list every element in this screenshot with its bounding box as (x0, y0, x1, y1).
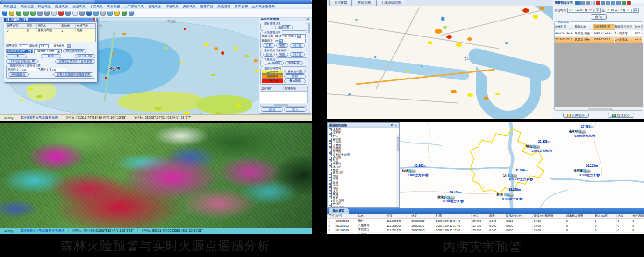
menu-item[interactable]: 决策气象 (183, 4, 196, 9)
layer-checkbox[interactable] (329, 203, 332, 206)
analysis-button[interactable]: 因子值 (290, 43, 305, 48)
horizontal-scrollbar[interactable] (555, 107, 643, 110)
station-marker[interactable]: 27.786m 谌家矶 0.000立方米/秒 (569, 124, 595, 138)
measure-icon[interactable] (9, 11, 14, 16)
layer-item[interactable]: 湖泊 (329, 187, 395, 190)
analyze-button[interactable]: 分 析 (6, 54, 27, 58)
set-overlay-params-button[interactable]: 设置综合叠加因子影响参数 (55, 59, 95, 64)
panel-titlebar[interactable]: 森林火险预警 ▾× (259, 18, 311, 21)
calc-combined-button[interactable]: 计算综合影响值分布 (6, 59, 38, 64)
globe-icon[interactable] (2, 11, 7, 16)
station-marker[interactable]: 26.126m 徐家棚 0.000立方米/秒 (573, 164, 600, 177)
grade-button[interactable]: 制图 (276, 52, 288, 57)
refresh-icon[interactable] (72, 11, 78, 16)
tab[interactable]: 监控窗口 (329, 0, 352, 6)
layer-checkbox[interactable] (329, 187, 332, 190)
flood-map[interactable]: 湘江 (327, 6, 553, 119)
column-header[interactable]: 因子索引 (6, 24, 25, 29)
set-gradient-button[interactable]: 设置渐变参数 (63, 49, 86, 53)
close-icon[interactable] (93, 18, 96, 21)
influence-value-input[interactable]: 0.1 (39, 44, 49, 48)
layer-checkbox[interactable] (329, 190, 332, 193)
layer-item[interactable]: 乡镇图 (329, 156, 395, 159)
column-header[interactable]: 时间 (435, 214, 472, 219)
vertical-scrollbar[interactable] (396, 134, 399, 207)
list-column-header[interactable]: 制作人 (634, 24, 643, 30)
layer-checkbox[interactable] (329, 132, 332, 135)
station-marker[interactable]: 18.348m 新沟口 0.000立方米/秒 (496, 187, 522, 201)
layer-select[interactable]: --请选择图--▾ (50, 44, 72, 48)
layer-checkbox[interactable] (329, 165, 332, 168)
layer-item[interactable]: 铁路 (329, 193, 395, 196)
vertical-scrollbar[interactable] (308, 22, 310, 113)
column-header[interactable]: 序号 (328, 214, 336, 219)
column-header[interactable]: 图层名 (36, 24, 60, 29)
query-button[interactable]: 查 询 (591, 14, 607, 20)
layer-checkbox[interactable] (329, 181, 332, 184)
warning-list-body[interactable] (260, 91, 308, 103)
flag-icon[interactable] (114, 11, 120, 16)
image-icon[interactable] (93, 11, 99, 16)
panel-footer-button[interactable]: 统 计 (284, 107, 307, 112)
identify-icon[interactable] (79, 11, 85, 16)
column-header[interactable]: 站名 (357, 214, 386, 219)
station-map[interactable]: 27.786m 谌家矶 0.000立方米/秒 21.353m 螺山 0.000立… (400, 122, 644, 208)
list-column-header[interactable]: 预警区域 (284, 86, 307, 91)
menu-item[interactable]: 人工影响天气 (124, 4, 144, 9)
analysis-button[interactable]: 制图 (276, 43, 288, 48)
warning-date-select[interactable]: 2013年04月03日▾ (274, 34, 306, 38)
warning-time-select[interactable]: 08▾ (274, 39, 306, 43)
field-select[interactable]: --请选择字段值--▾ (34, 49, 62, 53)
layer-item[interactable]: 县道 (329, 181, 395, 184)
tab[interactable]: 土壤墒情监测 (376, 0, 405, 6)
menu-item[interactable]: 日常发布 (235, 4, 248, 9)
scale-icon[interactable] (86, 11, 92, 16)
zone-button[interactable]: 森林分布图 (284, 70, 306, 74)
set-warning-params-button[interactable]: 设置火险预警级别预警参数 (53, 72, 93, 77)
sms-publish-button[interactable]: 短信发布 (608, 113, 634, 118)
menu-item[interactable]: 雷电气象 (148, 4, 161, 9)
menu-item[interactable]: 环境气象 (165, 4, 179, 9)
factor-value-button[interactable]: 因子值计算 (75, 54, 95, 58)
tab[interactable]: 雨情监测 (353, 0, 375, 6)
column-header[interactable]: 警戒水位预报值 (533, 214, 565, 219)
collapse-icon[interactable]: ∨ (389, 123, 394, 127)
list-column-header[interactable]: 制作时间 (555, 24, 574, 30)
layer-checkbox[interactable] (329, 196, 332, 199)
menu-item[interactable]: 林业气象 (38, 4, 51, 9)
level-warning-button[interactable]: 级别预警值 (8, 72, 29, 77)
menu-item[interactable]: 气象预报 (107, 4, 120, 9)
layers-icon[interactable] (616, 1, 621, 5)
factor-index-input[interactable]: 0 (19, 44, 28, 48)
list-column-header[interactable]: 选择用户 (260, 86, 284, 91)
layer-item[interactable]: 市政设施 (329, 206, 395, 207)
output-window-tab[interactable]: 输出窗口 (329, 208, 349, 214)
date-to-picker[interactable]: 2019 年 07 月 29 日▾ (606, 8, 639, 13)
column-header[interactable]: 淹没面积 (631, 214, 644, 219)
layer-checkbox[interactable] (329, 159, 332, 162)
close-icon[interactable]: × (308, 18, 309, 21)
stop-icon[interactable] (58, 11, 64, 16)
delete-button[interactable]: 删 除 (41, 54, 61, 58)
column-header[interactable]: 最大TM值 (594, 214, 617, 219)
back-icon[interactable] (122, 11, 127, 16)
column-header[interactable]: 站号 (335, 214, 357, 219)
zone-button[interactable]: 叠加隐藏 (284, 79, 306, 83)
zoom-out-icon[interactable] (586, 1, 590, 5)
print-icon[interactable] (100, 11, 106, 16)
menu-item[interactable]: 气象信息 (3, 4, 16, 9)
station-marker[interactable]: 21.353m 螺山 0.000立方米/秒 (526, 139, 552, 153)
map-window-icon[interactable] (601, 1, 605, 5)
zoom-in-tool-icon[interactable] (23, 11, 29, 16)
list-column-header[interactable]: 气象预报时间 (593, 24, 615, 30)
layer-checkbox[interactable] (329, 169, 332, 171)
file-publish-button[interactable]: 文件发布 (563, 113, 589, 118)
layer-checkbox[interactable] (329, 153, 332, 156)
column-header[interactable]: 防汛控制水位 (505, 214, 533, 219)
weather-button[interactable]: 制图标绘 (285, 61, 303, 65)
layer-checkbox[interactable] (329, 150, 332, 153)
menu-item[interactable]: 交通气象 (55, 4, 68, 9)
layer-item[interactable]: 蓄滞洪区 (329, 171, 395, 175)
column-header[interactable]: 雨量 (488, 214, 505, 219)
layer-checkbox[interactable] (329, 193, 332, 196)
